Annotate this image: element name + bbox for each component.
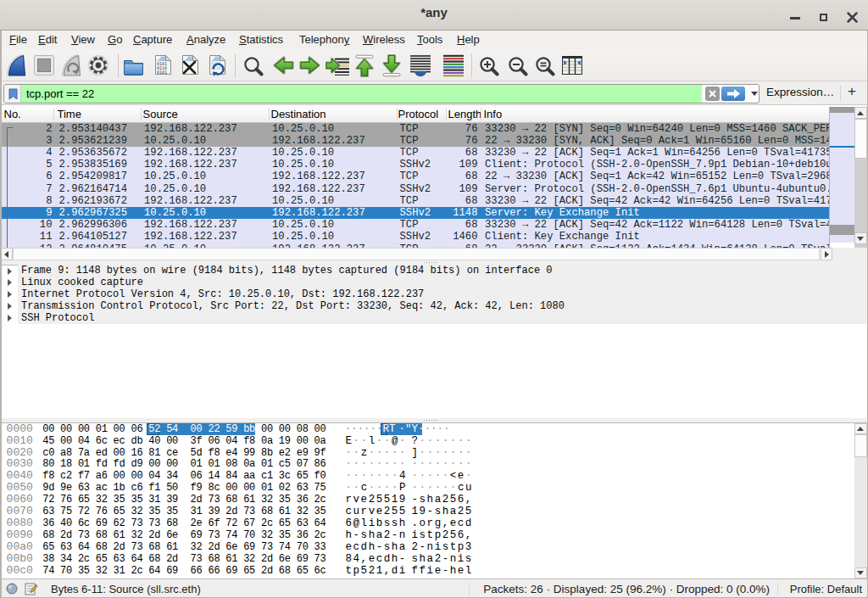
- svg-text:0101: 0101: [157, 70, 167, 75]
